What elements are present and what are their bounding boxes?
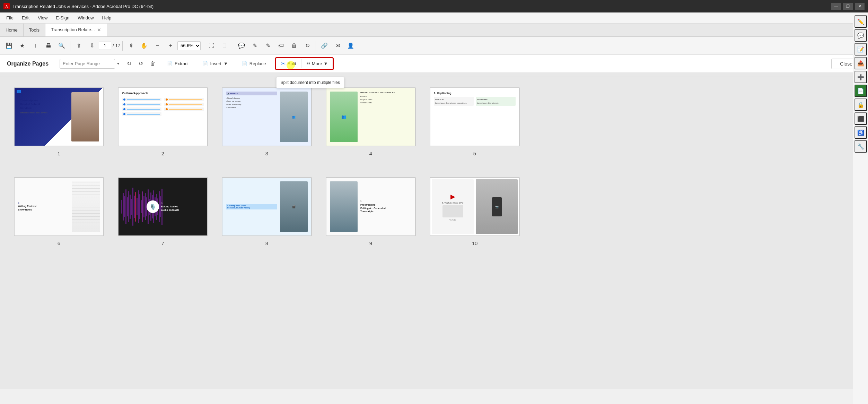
split-button[interactable]: ✂ Split (276, 58, 301, 69)
undo-btn[interactable]: ↻ (301, 40, 314, 52)
slide-7-title: Editing Audio /Audio podcasts (161, 205, 179, 212)
edit-pdf-panel-button[interactable]: 📝 (854, 55, 867, 55)
highlight-tool-button[interactable]: ✎ (248, 40, 261, 52)
slide-2-title: Outline/Approach (122, 92, 204, 95)
extract-icon: 📄 (167, 61, 173, 66)
page-content: Organize Pages ▼ ↻ ↺ 🗑 📄 Extract 📄 Inse (0, 55, 868, 404)
outline-row-4 (122, 112, 161, 116)
extract-button[interactable]: 📄 Extract (162, 59, 193, 68)
tab-tools[interactable]: Tools (24, 24, 45, 36)
more-button[interactable]: ☷ More ▼ (301, 59, 333, 68)
menu-window[interactable]: Window (74, 14, 97, 22)
select-tool-button[interactable]: ⇞ (125, 40, 137, 52)
page-thumb-10[interactable]: ▶ 6. YouTube Video DPO YouTube 📷 (430, 177, 520, 246)
wave-10 (134, 196, 135, 218)
print-button[interactable]: 🖶 (42, 40, 55, 52)
replace-button[interactable]: 📄 Replace (237, 59, 271, 68)
more-label: More (312, 61, 322, 66)
thumb-card-4[interactable]: 👥 WHERE TO OFFER THE SERVICES • Upwork •… (326, 87, 416, 146)
menu-file[interactable]: File (3, 14, 17, 22)
slide-5-content: 1. Captioning What is it? Lorem ipsum do… (430, 88, 519, 146)
minimize-button[interactable]: — (831, 3, 841, 10)
thumb-card-1[interactable]: 🟦 TranscriptionRelated Jobs &Services tr… (14, 87, 104, 146)
page-number-6: 6 (58, 240, 60, 246)
page-number-input[interactable] (99, 42, 111, 50)
split-more-group: ✂ Split ☷ More ▼ Split document into mul… (275, 57, 334, 70)
comment-tool-button[interactable]: 💬 (235, 40, 248, 52)
link-button[interactable]: 🔗 (318, 40, 331, 52)
outline-col-1 (122, 98, 161, 116)
menu-edit[interactable]: Edit (18, 14, 33, 22)
wave-4 (125, 189, 126, 224)
search-button[interactable]: 🔍 (55, 40, 68, 52)
redo-organize-button[interactable]: ↺ (136, 59, 146, 69)
thumb-card-3[interactable]: 🔈 WHAT? • Diversify Income • Avoid low s… (222, 87, 312, 146)
page-row-2: 2. Writing PodcastShow Notes 6 (14, 177, 854, 246)
restore-button[interactable]: ❐ (843, 3, 853, 10)
page-range-input[interactable] (60, 59, 115, 69)
window-close-button[interactable]: ✕ (855, 3, 865, 10)
create-pdf-panel-button[interactable]: ➕ (854, 71, 867, 83)
thumb-card-6[interactable]: 2. Writing PodcastShow Notes (14, 177, 104, 236)
menu-esign[interactable]: E-Sign (52, 14, 73, 22)
outline-dot-6 (166, 103, 168, 105)
menu-help[interactable]: Help (99, 14, 115, 22)
page-thumb-2[interactable]: Outline/Approach (118, 87, 208, 156)
page-thumb-7[interactable]: 🎙️ 3. Editing Audio /Audio podcasts 7 (118, 177, 208, 246)
next-page-button[interactable]: ⇩ (86, 40, 98, 52)
page-number-1: 1 (58, 151, 60, 156)
tab-document[interactable]: Transcription Relate... ✕ (45, 24, 107, 36)
zoom-out-button[interactable]: − (151, 40, 164, 52)
page-thumb-3[interactable]: 🔈 WHAT? • Diversify Income • Avoid low s… (222, 87, 312, 156)
page-thumb-8[interactable]: 4. Editing Video [VideoPodcasts, YouTube… (222, 177, 312, 246)
prev-page-button[interactable]: ⇧ (72, 40, 85, 52)
thumb-card-5[interactable]: 1. Captioning What is it? Lorem ipsum do… (430, 87, 520, 146)
wave-13 (138, 190, 139, 223)
split-label: Split (288, 61, 296, 66)
thumb-card-7[interactable]: 🎙️ 3. Editing Audio /Audio podcasts (118, 177, 208, 236)
tools-panel-button[interactable]: 🔧 (854, 140, 867, 153)
zoom-select[interactable]: 56.6% 50% 75% 100% (177, 41, 201, 50)
tab-close-button[interactable]: ✕ (97, 27, 101, 33)
thumb-card-9[interactable]: 5. Proofreading -Editing A.I. GeneratedT… (326, 177, 416, 236)
tab-home[interactable]: Home (0, 24, 24, 36)
outline-row-6 (164, 103, 204, 106)
redact-panel-button[interactable]: ⬛ (854, 112, 867, 125)
page-range-dropdown[interactable]: ▼ (116, 62, 120, 66)
scroll-top-area: ▲ (0, 73, 868, 77)
bookmark-button[interactable]: ★ (16, 40, 28, 52)
keyboard-button[interactable]: ⎕ (218, 40, 231, 52)
export-pdf-panel-button[interactable]: 📤 (854, 57, 867, 69)
page-thumb-4[interactable]: 👥 WHERE TO OFFER THE SERVICES • Upwork •… (326, 87, 416, 156)
delete-button[interactable]: 🗑 (288, 40, 300, 52)
slide-5-body: What is it? Lorem ipsum dolor sit amet c… (434, 97, 516, 106)
page-thumb-6[interactable]: 2. Writing PodcastShow Notes 6 (14, 177, 104, 246)
drawing-tool-button[interactable]: ✎ (262, 40, 274, 52)
page-thumb-5[interactable]: 1. Captioning What is it? Lorem ipsum do… (430, 87, 520, 156)
thumb-card-8[interactable]: 4. Editing Video [VideoPodcasts, YouTube… (222, 177, 312, 236)
delete-page-button[interactable]: 🗑 (148, 59, 158, 69)
hand-tool-button[interactable]: ✋ (138, 40, 150, 52)
zoom-in-button[interactable]: + (164, 40, 177, 52)
save-button[interactable]: 💾 (3, 40, 15, 52)
marquee-zoom-button[interactable]: ⛶ (205, 40, 218, 52)
page-number-7: 7 (161, 240, 164, 246)
slide-9-image (330, 181, 358, 232)
undo-organize-button[interactable]: ↻ (124, 59, 134, 69)
page-thumb-1[interactable]: 🟦 TranscriptionRelated Jobs &Services tr… (14, 87, 104, 156)
accessibility-panel-button[interactable]: ♿ (854, 126, 867, 139)
organize-pages-panel-button[interactable]: 📄 (854, 85, 867, 97)
protect-pdf-panel-button[interactable]: 🔒 (854, 98, 867, 111)
share-button[interactable]: ↑ (29, 40, 42, 52)
mail-button[interactable]: ✉ (331, 40, 344, 52)
stamp-button[interactable]: 🏷 (275, 40, 287, 52)
split-icon: ✂ (281, 60, 286, 67)
thumb-card-10[interactable]: ▶ 6. YouTube Video DPO YouTube 📷 (430, 177, 520, 236)
slide-10-phone: 📷 (476, 179, 518, 234)
page-thumb-9[interactable]: 5. Proofreading -Editing A.I. GeneratedT… (326, 177, 416, 246)
thumb-card-2[interactable]: Outline/Approach (118, 87, 208, 146)
pages-grid: 🟦 TranscriptionRelated Jobs &Services tr… (0, 77, 868, 389)
account-button[interactable]: 👤 (344, 40, 357, 52)
menu-view[interactable]: View (34, 14, 51, 22)
insert-button[interactable]: 📄 Insert ▼ (198, 59, 233, 68)
